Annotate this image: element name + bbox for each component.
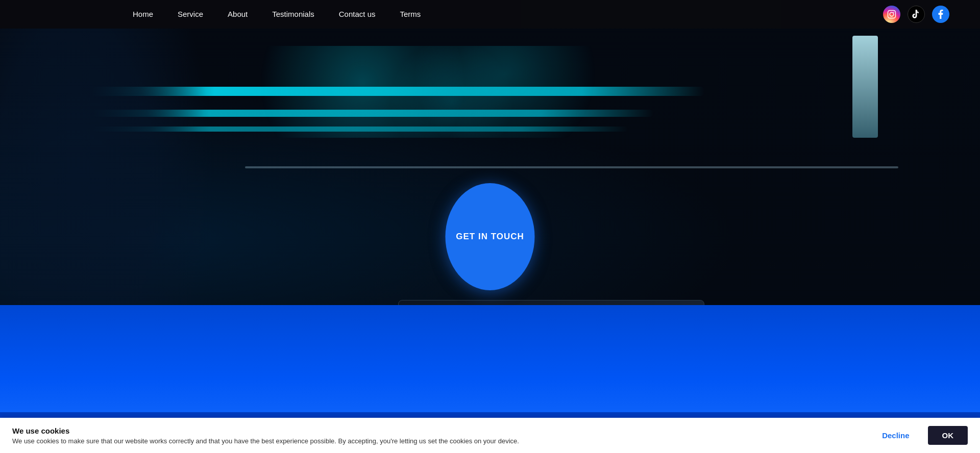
nav-terms[interactable]: Terms [400, 10, 421, 18]
nav-links: Home Service About Testimonials Contact … [133, 10, 421, 19]
cookie-description: We use cookies to make sure that our web… [12, 437, 574, 445]
tiktok-icon[interactable] [908, 6, 925, 23]
navbar: Home Service About Testimonials Contact … [0, 0, 980, 29]
svg-point-2 [893, 12, 894, 13]
get-in-touch-button[interactable]: GET IN TOUCH [446, 183, 535, 290]
screen-content [204, 36, 939, 179]
svg-point-1 [890, 12, 894, 16]
instagram-icon[interactable] [883, 6, 900, 23]
facebook-icon[interactable] [932, 6, 949, 23]
nav-contact[interactable]: Contact us [339, 10, 376, 18]
map-visualization [255, 46, 612, 138]
nav-home[interactable]: Home [133, 10, 153, 18]
social-links [883, 6, 949, 23]
decline-button[interactable]: Decline [870, 426, 921, 445]
screen-bar [245, 166, 898, 168]
cookie-title: We use cookies [12, 426, 857, 435]
ok-button[interactable]: OK [928, 426, 968, 445]
svg-rect-0 [888, 11, 896, 18]
nav-about[interactable]: About [228, 10, 248, 18]
nav-service[interactable]: Service [178, 10, 203, 18]
hero-section: GET IN TOUCH [0, 0, 980, 453]
cookie-text: We use cookies We use cookies to make su… [12, 426, 857, 445]
nav-testimonials[interactable]: Testimonials [272, 10, 314, 18]
cookie-banner: We use cookies We use cookies to make su… [0, 418, 980, 453]
cookie-buttons: Decline OK [870, 426, 968, 445]
